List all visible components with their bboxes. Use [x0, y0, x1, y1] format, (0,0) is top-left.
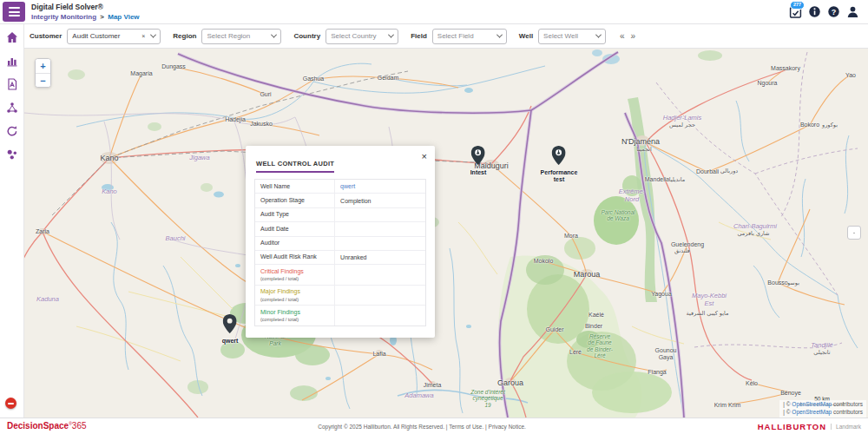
decisionspace-logo: DecisionSpace®365	[0, 422, 87, 431]
attribution-suffix: contributors	[832, 401, 863, 407]
select-value: Select Country	[331, 32, 385, 40]
help-icon[interactable]: ?	[827, 5, 840, 18]
row-label-cell: Audit Type	[255, 208, 335, 221]
zoom-in-button[interactable]: +	[36, 59, 50, 73]
filter-group-well: WellSelect Well	[519, 29, 606, 44]
map-attribution: | © OpenStreetMap contributors| © OpenSt…	[779, 400, 866, 418]
chevron-down-icon	[388, 32, 394, 38]
filter-select-country[interactable]: Select Country	[326, 29, 398, 44]
select-value: Select Field	[437, 32, 494, 40]
sidebar-item-distribution[interactable]	[5, 148, 19, 161]
select-value: Select Region	[207, 32, 268, 40]
chevron-down-icon	[496, 32, 503, 38]
user-icon[interactable]	[846, 5, 859, 18]
breadcrumb-page[interactable]: Map View	[108, 13, 139, 21]
filter-select-region[interactable]: Select Region	[201, 29, 281, 44]
filter-label: Region	[173, 32, 196, 40]
row-label-cell: Operation Stage	[255, 194, 335, 207]
filter-bar-groups: CustomerAudit Customer×RegionSelect Regi…	[30, 29, 618, 44]
sidebar-item-home[interactable]	[5, 30, 19, 44]
well-marker[interactable]: Performance test	[541, 146, 578, 182]
row-label: Major Findings	[260, 288, 329, 295]
well-pin-icon[interactable]	[552, 146, 566, 168]
row-label-cell: Well Audit Risk Rank	[255, 251, 335, 264]
breadcrumb: Integrity Monitoring > Map View	[31, 14, 140, 21]
row-value-cell	[335, 208, 425, 221]
well-marker[interactable]: qwert	[222, 314, 239, 345]
well-pin-icon[interactable]	[223, 314, 237, 337]
filter-select-field[interactable]: Select Field	[432, 29, 507, 44]
chevron-down-icon	[271, 32, 277, 38]
sidebar-item-network[interactable]	[5, 101, 19, 115]
row-label-cell: Auditor	[255, 237, 335, 250]
row-value-cell	[335, 306, 425, 325]
sidebar-item-sync[interactable]	[5, 124, 19, 138]
openstreetmap-link[interactable]: OpenStreetMap	[792, 401, 832, 407]
row-label-cell: Well Name	[255, 180, 335, 193]
openstreetmap-link[interactable]: OpenStreetMap	[792, 409, 832, 415]
well-pin-icon[interactable]	[471, 146, 485, 168]
map-zoom-control: + −	[35, 58, 51, 88]
svg-text:?: ?	[832, 8, 837, 16]
layers-icon[interactable]	[847, 226, 861, 240]
filter-select-customer[interactable]: Audit Customer×	[67, 29, 161, 44]
row-value-cell	[335, 265, 425, 284]
row-label-cell: Critical Findings(completed / total)	[255, 265, 335, 284]
row-label: Audit Date	[260, 226, 329, 233]
row-sublabel: (completed / total)	[260, 297, 329, 302]
well-marker-label: Performance test	[541, 169, 578, 182]
app-title: Digital Field Solver®	[31, 3, 140, 11]
chevron-down-icon	[150, 32, 156, 38]
table-row: Operation StageCompletion	[255, 194, 425, 207]
well-control-audit-popup: WELL CONTROL AUDIT × Well NameqwertOpera…	[246, 146, 435, 338]
map-canvas[interactable]: MagariaDungassGashuaGeidamGuriHadejiaJak…	[24, 49, 868, 418]
filter-select-well[interactable]: Select Well	[538, 29, 606, 44]
breadcrumb-section[interactable]: Integrity Monitoring	[31, 13, 96, 21]
halliburton-logo: HALLIBURTON	[758, 422, 826, 431]
filter-label: Country	[293, 32, 320, 40]
attribution-prefix: | ©	[783, 409, 792, 415]
info-icon[interactable]	[808, 5, 821, 18]
select-value: Select Well	[543, 32, 593, 40]
attribution-prefix: | ©	[783, 401, 792, 407]
row-label: Operation Stage	[260, 197, 329, 204]
collapse-filters-icon[interactable]: « »	[620, 31, 637, 41]
well-marker-label: Intest	[470, 169, 487, 176]
menu-button[interactable]	[3, 2, 25, 22]
filter-label: Well	[519, 32, 533, 40]
row-value: Completion	[340, 198, 371, 204]
attribution-line: | © OpenStreetMap contributors	[783, 409, 863, 417]
notification-badge: 277	[790, 1, 805, 10]
close-icon[interactable]: ×	[420, 150, 429, 163]
table-row: Audit Type	[255, 208, 425, 222]
sidebar	[0, 24, 24, 418]
sidebar-item-analytics[interactable]	[5, 54, 19, 68]
row-label-cell: Major Findings(completed / total)	[255, 286, 335, 305]
table-row: Well Audit Risk RankUnranked	[255, 251, 425, 265]
row-label: Well Audit Risk Rank	[260, 253, 329, 260]
tasks-calendar-icon[interactable]: 277	[789, 5, 802, 18]
filter-label: Customer	[30, 32, 62, 40]
topbar-actions: 277 ?	[789, 5, 868, 18]
row-label-cell: Minor Findings(completed / total)	[255, 306, 335, 325]
clear-icon[interactable]: ×	[141, 33, 145, 39]
title-block: Digital Field Solver® Integrity Monitori…	[31, 3, 140, 21]
filter-group-region: RegionSelect Region	[173, 29, 281, 44]
row-label-cell: Audit Date	[255, 222, 335, 235]
well-name-link[interactable]: qwert	[340, 183, 355, 189]
row-value-cell: qwert	[335, 180, 425, 193]
breadcrumb-separator-icon: >	[100, 13, 104, 21]
chat-icon[interactable]	[5, 398, 16, 409]
filter-group-customer: CustomerAudit Customer×	[30, 29, 161, 44]
well-marker-label: qwert	[222, 338, 239, 345]
attribution-line: | © OpenStreetMap contributors	[783, 401, 863, 409]
zoom-out-button[interactable]: −	[36, 73, 50, 87]
app-window: Digital Field Solver® Integrity Monitori…	[0, 0, 868, 434]
landmark-logo: Landmark	[831, 424, 861, 430]
table-row: Minor Findings(completed / total)	[255, 306, 425, 325]
row-label: Well Name	[260, 183, 329, 190]
filter-group-field: FieldSelect Field	[411, 29, 507, 44]
sidebar-item-asset-doc[interactable]	[5, 77, 19, 91]
filter-label: Field	[411, 32, 427, 40]
well-marker[interactable]: Intest	[470, 146, 487, 176]
